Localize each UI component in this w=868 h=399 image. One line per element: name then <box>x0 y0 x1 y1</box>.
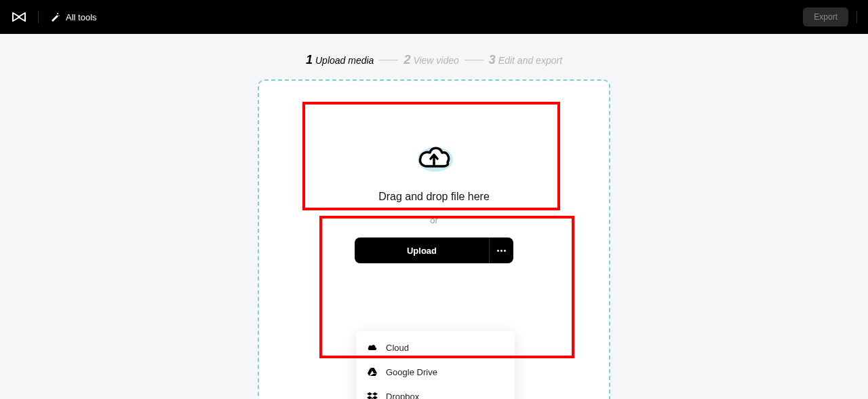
step-label: View video <box>413 55 458 66</box>
header-divider <box>38 11 39 23</box>
svg-point-0 <box>57 13 58 14</box>
upload-more-options-button[interactable] <box>489 238 513 263</box>
cloud-icon-wrap <box>259 140 609 174</box>
magic-wand-icon <box>50 12 60 22</box>
step-number: 1 <box>306 53 313 67</box>
all-tools-label: All tools <box>66 12 97 22</box>
svg-point-1 <box>58 15 59 16</box>
dropdown-item-google-drive[interactable]: Google Drive <box>356 360 515 384</box>
step-1: 1 Upload media <box>306 53 374 67</box>
upload-source-dropdown: Cloud Google Drive Dropbox <box>356 331 515 399</box>
dropdown-item-label: Google Drive <box>386 367 437 377</box>
step-connector <box>379 60 398 60</box>
header-divider-right <box>856 11 857 23</box>
step-label: Edit and export <box>498 55 562 66</box>
step-3: 3 Edit and export <box>489 53 562 67</box>
upload-button-group: Upload <box>355 238 513 263</box>
progress-stepper: 1 Upload media 2 View video 3 Edit and e… <box>0 53 868 67</box>
header-right: Export <box>803 7 857 26</box>
main-area: Drag and drop file here or Upload <box>0 79 868 399</box>
dropdown-item-label: Dropbox <box>386 392 419 400</box>
cloud-icon <box>367 342 378 353</box>
google-drive-icon <box>367 366 378 377</box>
dropbox-icon <box>367 391 378 399</box>
app-header: All tools Export <box>0 0 868 34</box>
upload-dropzone[interactable]: Drag and drop file here or Upload <box>258 79 610 399</box>
header-left: All tools <box>11 9 97 25</box>
all-tools-button[interactable]: All tools <box>50 12 97 22</box>
upload-button-row: Upload <box>259 238 609 263</box>
upload-button[interactable]: Upload <box>355 238 489 263</box>
step-label: Upload media <box>315 55 374 66</box>
cloud-upload-icon <box>414 140 454 174</box>
drag-drop-text: Drag and drop file here <box>259 191 609 203</box>
step-number: 2 <box>403 53 410 67</box>
or-divider-text: or <box>259 215 609 225</box>
step-2: 2 View video <box>403 53 458 67</box>
step-connector <box>465 60 484 60</box>
step-number: 3 <box>489 53 496 67</box>
dropdown-item-label: Cloud <box>386 343 409 353</box>
dropdown-item-cloud[interactable]: Cloud <box>356 335 515 360</box>
dots-horizontal-icon <box>497 250 506 252</box>
capcut-logo-icon[interactable] <box>11 9 27 25</box>
dropdown-item-dropbox[interactable]: Dropbox <box>356 384 515 399</box>
export-button[interactable]: Export <box>803 7 848 26</box>
